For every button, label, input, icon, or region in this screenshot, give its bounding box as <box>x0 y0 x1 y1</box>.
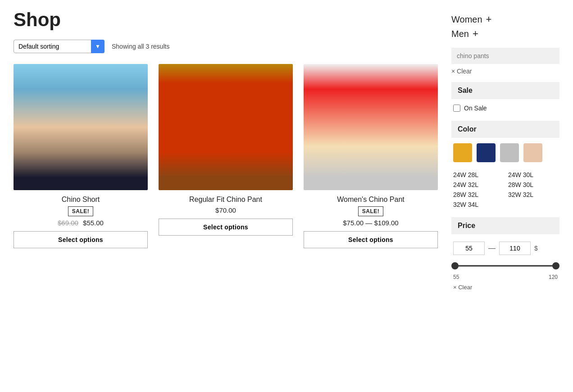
size-option[interactable]: 32W 32L <box>508 191 558 198</box>
products-grid: Chino Short SALE! $69.00 $55.00 Select o… <box>14 64 438 248</box>
product-image <box>14 64 148 190</box>
price-original: $69.00 <box>58 219 78 227</box>
product-card: Chino Short SALE! $69.00 $55.00 Select o… <box>14 64 148 248</box>
price-range-min-label: 55 <box>453 274 459 280</box>
select-options-button[interactable]: Select options <box>304 231 438 248</box>
color-swatch-yellow[interactable] <box>453 143 472 162</box>
color-swatch-navy[interactable] <box>477 143 496 162</box>
size-options: 24W 28L 24W 30L 24W 32L 28W 30L 28W 32L … <box>451 171 559 208</box>
price-range-slider[interactable] <box>451 261 559 270</box>
on-sale-label: On Sale <box>464 105 487 112</box>
product-price: $69.00 $55.00 <box>58 219 104 227</box>
slider-thumb-min[interactable] <box>451 262 459 269</box>
product-image <box>304 64 438 190</box>
toolbar: Default sortingSort by popularitySort by… <box>14 40 438 53</box>
size-option[interactable]: 24W 28L <box>453 171 503 178</box>
price-sale: $55.00 <box>83 219 104 227</box>
price-range-labels: 55 120 <box>451 274 559 280</box>
product-name: Women's Chino Pant <box>337 196 405 204</box>
color-swatches <box>451 143 559 162</box>
sidebar-item-men[interactable]: Men + <box>451 28 559 40</box>
price-max-input[interactable] <box>499 242 531 255</box>
clear-filter-button[interactable]: × Clear <box>451 68 559 75</box>
product-card: Regular Fit Chino Pant $70.00 Select opt… <box>159 64 293 248</box>
select-options-button[interactable]: Select options <box>14 231 148 248</box>
sale-filter: On Sale <box>451 105 559 112</box>
sidebar-category-women-label: Women <box>451 14 482 25</box>
sale-badge: SALE! <box>358 206 384 216</box>
price-regular: $70.00 <box>215 206 236 214</box>
sort-select-wrapper: Default sortingSort by popularitySort by… <box>14 40 105 53</box>
price-range-max-label: 120 <box>549 274 558 280</box>
slider-thumb-max[interactable] <box>552 262 559 269</box>
price-range: $75.00 — $109.00 <box>343 219 398 227</box>
size-option[interactable]: 24W 30L <box>508 171 558 178</box>
color-swatch-peach[interactable] <box>523 143 542 162</box>
product-name: Regular Fit Chino Pant <box>189 196 262 204</box>
select-options-button[interactable]: Select options <box>159 219 293 236</box>
on-sale-checkbox[interactable] <box>453 105 460 112</box>
price-inputs: — $ <box>451 242 559 255</box>
product-price: $70.00 <box>215 206 236 214</box>
size-option[interactable]: 24W 32L <box>453 181 503 188</box>
sidebar-item-women[interactable]: Women + <box>451 14 559 25</box>
price-currency: $ <box>534 245 538 252</box>
sidebar: Women + Men + × Clear Sale On Sale Color… <box>451 9 559 291</box>
sale-badge: SALE! <box>68 206 94 216</box>
clear-price-button[interactable]: × Clear <box>451 284 559 291</box>
product-image <box>159 64 293 190</box>
main-content: Shop Default sortingSort by popularitySo… <box>14 9 438 291</box>
page-title: Shop <box>14 9 438 31</box>
page-wrapper: Shop Default sortingSort by popularitySo… <box>0 0 573 300</box>
slider-track <box>453 265 558 267</box>
price-filter-header: Price <box>451 217 559 234</box>
sidebar-category-men-label: Men <box>451 29 469 39</box>
price-min-input[interactable] <box>453 242 485 255</box>
price-dash: — <box>488 244 496 252</box>
women-expand-icon: + <box>486 14 492 25</box>
filter-search-input[interactable] <box>451 48 559 64</box>
size-option[interactable]: 28W 32L <box>453 191 503 198</box>
results-count: Showing all 3 results <box>112 43 169 50</box>
color-swatch-gray[interactable] <box>500 143 519 162</box>
color-filter-header: Color <box>451 121 559 138</box>
sale-filter-header: Sale <box>451 82 559 99</box>
size-option[interactable]: 32W 34L <box>453 201 503 208</box>
product-name: Chino Short <box>62 196 100 204</box>
product-card: Women's Chino Pant SALE! $75.00 — $109.0… <box>304 64 438 248</box>
sort-select[interactable]: Default sortingSort by popularitySort by… <box>14 40 105 53</box>
size-option[interactable]: 28W 30L <box>508 181 558 188</box>
product-price: $75.00 — $109.00 <box>343 219 398 227</box>
men-expand-icon: + <box>473 28 478 40</box>
